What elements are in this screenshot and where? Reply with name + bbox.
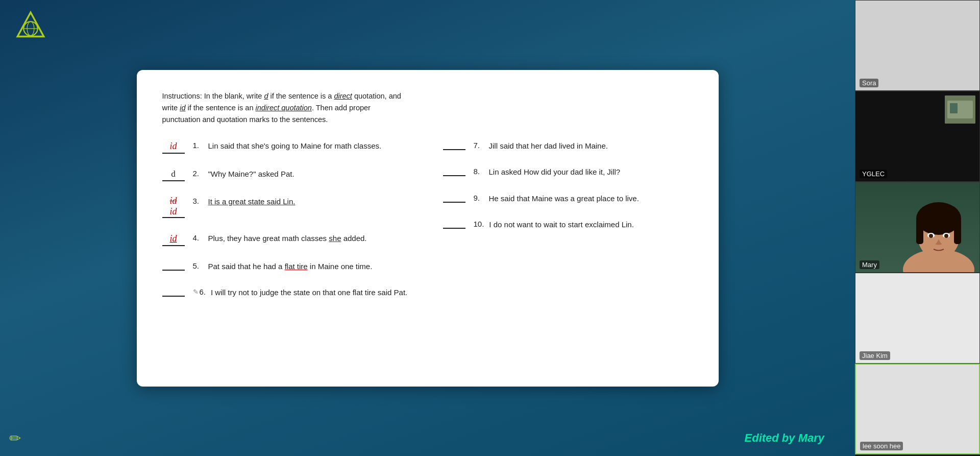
answer-6 <box>162 296 185 297</box>
q4-underlined: she <box>329 234 341 243</box>
answer-7 <box>443 149 465 150</box>
answer-5 <box>162 270 185 271</box>
q-text-5: Pat said that he had a flat tire in Main… <box>208 260 373 272</box>
q-num-6: ✎6. <box>193 287 206 296</box>
participant-name-mary: Mary <box>860 260 879 269</box>
pencil-tool-button[interactable]: ✏ <box>9 430 21 447</box>
watermark-text: Edited by Mary <box>745 431 824 445</box>
q5-underlined: flat tire <box>285 262 308 271</box>
instructions-text: Instructions: In the blank, write d if t… <box>162 90 407 126</box>
svg-point-15 <box>929 234 933 238</box>
pencil-icon: ✏ <box>9 430 21 446</box>
participant-name-jiae: Jiae Kim <box>860 351 890 360</box>
question-2: d 2. "Why Maine?" asked Pat. <box>162 168 412 181</box>
answer-3-line1: id <box>169 196 177 206</box>
right-column: 7. Jill said that her dad lived in Maine… <box>443 140 693 313</box>
question-6: ✎6. I will try not to judge the state on… <box>162 286 412 298</box>
q3-underlined: It is a great state said Lin. <box>208 197 296 206</box>
q-text-4: Plus, they have great math classes she a… <box>208 232 367 244</box>
worksheet-card: Instructions: In the blank, write d if t… <box>137 70 719 387</box>
q-text-3: It is a great state said Lin. <box>208 196 296 207</box>
q-num-2: 2. <box>193 169 203 178</box>
svg-marker-0 <box>17 12 43 36</box>
q-text-7: Jill said that her dad lived in Maine. <box>489 140 608 152</box>
main-presentation-area: Instructions: In the blank, write d if t… <box>0 0 855 456</box>
question-10: 10. I do not want to wait to start excla… <box>443 219 693 230</box>
questions-wrapper: id 1. Lin said that she's going to Maine… <box>162 140 693 313</box>
question-9: 9. He said that Maine was a great place … <box>443 193 693 204</box>
participant-tile-sora[interactable]: Sora <box>855 0 980 91</box>
question-8: 8. Lin asked How did your dad like it, J… <box>443 166 693 178</box>
answer-9 <box>443 202 465 203</box>
question-5: 5. Pat said that he had a flat tire in M… <box>162 260 412 272</box>
participant-tile-mary[interactable]: Mary <box>855 182 980 273</box>
answer-4: id <box>162 233 185 246</box>
q-num-9: 9. <box>474 194 484 202</box>
participant-tile-lee[interactable]: lee soon hee <box>855 364 980 454</box>
q-text-9: He said that Maine was a great place to … <box>489 193 639 204</box>
participant-name-lee: lee soon hee <box>860 442 903 450</box>
question-4: id 4. Plus, they have great math classes… <box>162 232 412 246</box>
mary-video <box>855 182 979 272</box>
question-3: id id 3. It is a great state said Lin. <box>162 196 412 218</box>
question-7: 7. Jill said that her dad lived in Maine… <box>443 140 693 152</box>
q-text-8: Lin asked How did your dad like it, Jill… <box>489 166 621 178</box>
svg-rect-12 <box>954 219 961 244</box>
participant-name-yglec: YGLEC <box>860 170 887 178</box>
svg-rect-6 <box>950 103 958 113</box>
answer-3-line2: id <box>169 206 177 217</box>
q-text-1: Lin said that she's going to Maine for m… <box>208 140 382 152</box>
answer-1: id <box>162 141 185 154</box>
logo <box>15 10 51 46</box>
svg-point-16 <box>944 234 948 238</box>
q-num-4: 4. <box>193 233 203 242</box>
answer-3: id id <box>162 196 185 218</box>
participant-name-sora: Sora <box>860 79 878 87</box>
participant-tile-jiae[interactable]: Jiae Kim <box>855 273 980 364</box>
answer-8 <box>443 175 465 176</box>
participants-sidebar: Sora YGLEC <box>855 0 980 456</box>
q-num-5: 5. <box>193 261 203 270</box>
q-num-8: 8. <box>474 167 484 176</box>
q-text-2: "Why Maine?" asked Pat. <box>208 168 295 180</box>
question-1: id 1. Lin said that she's going to Maine… <box>162 140 412 154</box>
participant-tile-yglec[interactable]: YGLEC <box>855 91 980 182</box>
answer-2: d <box>162 169 185 181</box>
q-num-10: 10. <box>474 220 484 228</box>
yglec-thumbnail <box>945 95 975 124</box>
q-num-1: 1. <box>193 141 203 150</box>
svg-rect-11 <box>916 219 923 244</box>
left-column: id 1. Lin said that she's going to Maine… <box>162 140 412 313</box>
q-text-10: I do not want to wait to start exclaimed… <box>489 219 633 230</box>
q-text-6: I will try not to judge the state on tha… <box>211 286 407 298</box>
q-num-7: 7. <box>474 141 484 150</box>
answer-10 <box>443 228 465 229</box>
q-num-3: 3. <box>193 197 203 205</box>
